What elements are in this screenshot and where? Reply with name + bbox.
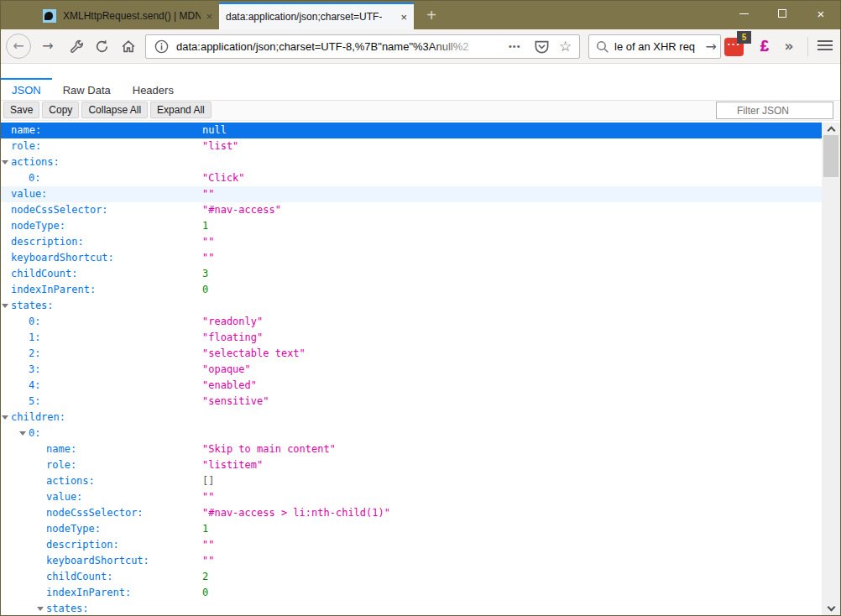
collapse-twisty-icon[interactable] [19, 431, 26, 436]
json-value: 2 [202, 569, 208, 585]
json-value: 1 [202, 521, 208, 537]
page-actions-icon[interactable]: ••• [509, 35, 521, 58]
json-key: children: [11, 411, 65, 423]
scroll-up-icon[interactable] [822, 123, 840, 135]
search-bar[interactable]: le of an XHR req → [588, 34, 721, 59]
tab-json-data[interactable]: data:application/json;charset=UTF- × [219, 3, 414, 29]
json-row[interactable]: nodeCssSelector:"#nav-access" [1, 202, 822, 218]
save-button[interactable]: Save [3, 102, 39, 118]
tab-raw-data[interactable]: Raw Data [52, 78, 122, 100]
json-row[interactable]: value:"" [1, 186, 822, 202]
json-row[interactable]: 0:"readonly" [1, 314, 822, 330]
json-row[interactable]: 1:"floating" [1, 330, 822, 346]
menu-icon[interactable] [817, 40, 833, 53]
json-row[interactable]: value:"" [1, 489, 822, 505]
wrench-icon[interactable] [70, 39, 84, 54]
tab-close-icon[interactable]: × [395, 11, 407, 23]
json-key: states: [11, 300, 54, 311]
json-row[interactable]: childCount:3 [1, 266, 822, 282]
json-value: 0 [202, 585, 208, 601]
json-key: states: [46, 603, 89, 614]
json-key: nodeType: [46, 523, 101, 535]
json-row[interactable]: name:null [1, 123, 822, 138]
json-row[interactable]: name:"Skip to main content" [1, 441, 822, 457]
collapse-all-button[interactable]: Collapse All [81, 102, 148, 118]
close-button[interactable]: × [802, 1, 840, 26]
tab-close-icon[interactable]: × [201, 10, 212, 23]
expand-all-button[interactable]: Expand All [150, 102, 212, 118]
json-row[interactable]: 5:"sensitive" [1, 394, 822, 410]
json-value: "sensitive" [202, 394, 269, 410]
scrollbar-thumb[interactable] [823, 135, 838, 177]
json-value: "" [202, 234, 214, 250]
json-row[interactable]: states: [1, 298, 822, 314]
extension-pink-icon[interactable]: £ [755, 29, 774, 63]
json-row[interactable]: childCount:2 [1, 569, 822, 585]
json-row[interactable]: nodeCssSelector:"#nav-access > li:nth-ch… [1, 505, 822, 521]
url-bar[interactable]: data:application/json;charset=UTF-8,%7B"… [145, 34, 580, 59]
json-key: keyboardShortcut: [11, 252, 114, 264]
json-row[interactable]: role:"listitem" [1, 457, 822, 473]
json-row[interactable]: keyboardShortcut:"" [1, 553, 822, 569]
json-key: name: [46, 443, 76, 455]
reload-icon[interactable] [95, 39, 109, 54]
tab-headers[interactable]: Headers [122, 78, 185, 100]
json-row[interactable]: 4:"enabled" [1, 378, 822, 394]
json-tree: name:nullrole:"list"actions:0:"Click"val… [1, 123, 822, 615]
json-row[interactable]: role:"list" [1, 138, 822, 154]
forward-button[interactable]: → [38, 29, 58, 63]
json-row[interactable]: 3:"opaque" [1, 362, 822, 378]
json-key: role: [46, 459, 76, 471]
json-row[interactable]: states: [1, 601, 822, 615]
collapse-twisty-icon[interactable] [2, 160, 8, 164]
json-row[interactable]: actions:[] [1, 473, 822, 489]
json-key: 0: [29, 427, 40, 439]
scroll-down-icon[interactable] [822, 603, 840, 615]
json-value: "" [202, 186, 214, 202]
copy-button[interactable]: Copy [42, 102, 79, 118]
back-button[interactable]: ← [6, 34, 31, 59]
vertical-scrollbar[interactable] [822, 123, 840, 615]
json-value: "selectable text" [202, 346, 306, 362]
json-row[interactable]: nodeType:1 [1, 521, 822, 537]
json-value: "" [202, 553, 214, 569]
json-row[interactable]: actions: [1, 154, 822, 170]
json-row[interactable]: 0: [1, 425, 822, 441]
browser-window: XMLHttpRequest.send() | MDN × data:appli… [0, 0, 841, 616]
json-key: childCount: [46, 571, 112, 582]
json-row[interactable]: indexInParent:0 [1, 282, 822, 298]
minimize-button[interactable] [724, 1, 763, 26]
tab-json[interactable]: JSON [1, 78, 52, 100]
json-key: value: [11, 188, 47, 200]
collapse-twisty-icon[interactable] [2, 415, 8, 420]
collapse-twisty-icon[interactable] [2, 304, 8, 308]
json-row[interactable]: description:"" [1, 537, 822, 553]
json-row[interactable]: nodeType:1 [1, 218, 822, 234]
json-key: actions: [46, 475, 95, 487]
json-key: 0: [29, 172, 40, 184]
search-input[interactable]: le of an XHR req [614, 35, 695, 58]
json-row[interactable]: 0:"Click" [1, 170, 822, 186]
json-row[interactable]: keyboardShortcut:"" [1, 250, 822, 266]
json-row[interactable]: description:"" [1, 234, 822, 250]
search-go-icon[interactable]: → [706, 35, 717, 58]
json-value: "readonly" [202, 314, 263, 330]
collapse-twisty-icon[interactable] [37, 607, 44, 611]
bookmark-star-icon[interactable]: ☆ [559, 35, 572, 58]
json-row[interactable]: 2:"selectable text" [1, 346, 822, 362]
maximize-button[interactable] [763, 1, 802, 26]
pocket-icon[interactable] [534, 39, 550, 55]
home-icon[interactable] [121, 39, 136, 54]
json-value: "Skip to main content" [202, 441, 336, 457]
new-tab-button[interactable]: + [419, 3, 444, 29]
json-key: description: [46, 539, 119, 551]
mdn-favicon-icon [43, 9, 56, 23]
overflow-chevron-icon[interactable]: » [778, 29, 800, 63]
json-key: value: [46, 491, 82, 503]
tab-mdn[interactable]: XMLHttpRequest.send() | MDN × [36, 3, 219, 29]
navigation-toolbar: ← → data:application/json;charset=UTF-8,… [1, 29, 840, 64]
filter-json-input[interactable] [716, 102, 833, 119]
json-row[interactable]: children: [1, 410, 822, 425]
page-info-icon[interactable] [154, 39, 169, 54]
json-row[interactable]: indexInParent:0 [1, 585, 822, 601]
